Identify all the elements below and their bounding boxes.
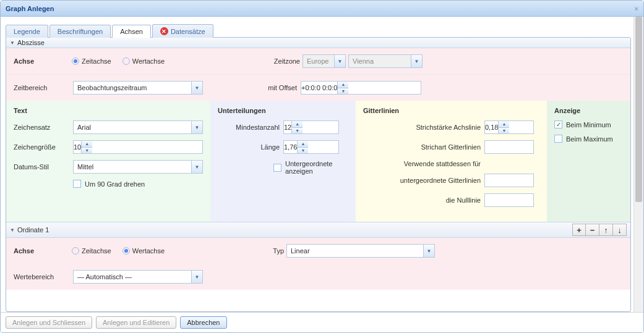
abbrechen-button[interactable]: Abbrechen xyxy=(180,316,226,329)
rotate-checkbox[interactable]: Um 90 Grad drehen xyxy=(73,180,145,188)
untergeordnete-anzeigen-checkbox[interactable]: Untergeordnete anzeigen xyxy=(273,160,347,175)
close-icon[interactable]: × xyxy=(635,5,638,12)
chevron-down-icon: ▼ xyxy=(423,245,434,257)
ord-radio-zeitachse[interactable]: Zeitachse xyxy=(72,247,111,255)
nulllinie-input[interactable] xyxy=(484,193,534,207)
wertebereich-combo[interactable]: — Automatisch —▼ xyxy=(73,270,203,284)
strichart-label: Strichart Gitterlinien xyxy=(363,143,481,151)
spin-up-icon[interactable]: ▲ xyxy=(338,82,348,88)
tab-panel: ▼ Abszisse Achse Zeitachse Wertachse Zei… xyxy=(6,37,631,312)
offset-spinner[interactable]: +0:0:0 0:0:0 ▲▼ xyxy=(301,81,421,95)
spin-down-icon[interactable]: ▼ xyxy=(292,128,303,134)
zeichengroesse-label: Zeichengröße xyxy=(14,143,69,151)
spin-up-icon[interactable]: ▲ xyxy=(298,141,308,148)
abszisse-zeitbereich-row: Zeitbereich Beobachtungszeitraum▼ mit Of… xyxy=(6,75,630,101)
window-title: Graph Anlegen xyxy=(6,5,54,12)
titlebar: Graph Anlegen × xyxy=(1,1,643,17)
gitterlinien-group: Gitterlinien Strichstärke Achslinie 0,18… xyxy=(356,101,547,222)
chevron-down-icon: ▼ xyxy=(191,271,202,283)
radio-zeitachse[interactable]: Zeitachse xyxy=(72,57,111,65)
chevron-down-icon: ▼ xyxy=(334,55,345,67)
zeitzone-city-combo[interactable]: Vienna▼ xyxy=(348,54,423,68)
untergeordnete-gitter-label: untergeordnete Gitterlinien xyxy=(363,177,481,184)
chevron-down-icon: ▼ xyxy=(191,82,202,94)
collapse-icon: ▼ xyxy=(10,40,15,46)
unterteilungen-group: Unterteilungen Mindestanzahl 12 ▲▼ Länge xyxy=(210,101,356,222)
ord-achse-label: Achse xyxy=(14,247,69,255)
radio-wertachse[interactable]: Wertachse xyxy=(122,57,165,65)
tab-achsen[interactable]: Achsen xyxy=(112,25,151,38)
zeitzone-label: Zeitzone xyxy=(257,57,300,65)
datumsstil-combo[interactable]: Mittel▼ xyxy=(73,160,203,174)
spin-up-icon[interactable]: ▲ xyxy=(82,141,92,148)
zeichengroesse-spinner[interactable]: 10 ▲▼ xyxy=(73,140,203,154)
move-up-button[interactable]: ↑ xyxy=(599,224,613,236)
chevron-down-icon: ▼ xyxy=(191,161,202,173)
spin-down-icon[interactable]: ▼ xyxy=(82,148,92,154)
abszisse-header[interactable]: ▼ Abszisse xyxy=(6,38,630,48)
strichart-input[interactable] xyxy=(484,140,534,154)
chevron-down-icon: ▼ xyxy=(191,121,202,133)
zeichensatz-combo[interactable]: Arial▼ xyxy=(73,120,203,134)
anlegen-editieren-button[interactable]: Anlegen und Editieren xyxy=(96,316,176,329)
vertical-scrollbar[interactable] xyxy=(633,17,643,312)
datumsstil-label: Datums-Stil xyxy=(14,163,69,171)
button-bar: Anlegen und Schliessen Anlegen und Editi… xyxy=(1,312,643,332)
tab-legende[interactable]: Legende xyxy=(6,25,48,38)
beim-max-checkbox[interactable]: Beim Maximum xyxy=(554,135,613,143)
ord-radio-wertachse[interactable]: Wertachse xyxy=(122,247,165,255)
mindestanzahl-spinner[interactable]: 12 ▲▼ xyxy=(283,120,339,134)
chevron-down-icon: ▼ xyxy=(411,55,422,67)
wertebereich-label: Wertebereich xyxy=(14,273,69,280)
laenge-label: Länge xyxy=(218,143,280,151)
ordinate-header[interactable]: ▼ Ordinate 1 + − ↑ ↓ xyxy=(6,222,630,238)
dialog-window: Graph Anlegen × Legende Beschriftungen A… xyxy=(0,0,644,333)
strichstaerke-label: Strichstärke Achslinie xyxy=(363,124,481,131)
laenge-spinner[interactable]: 1,76 ▲▼ xyxy=(283,140,339,154)
zeichensatz-label: Zeichensatz xyxy=(14,124,69,131)
ordinate-wertebereich-row: Wertebereich — Automatisch —▼ xyxy=(6,264,630,290)
spin-down-icon[interactable]: ▼ xyxy=(499,128,509,134)
abszisse-achse-row: Achse Zeitachse Wertachse Zeitzone Europ… xyxy=(6,48,630,75)
typ-combo[interactable]: Linear▼ xyxy=(286,244,435,258)
anzeige-group: Anzeige ✓Beim Minimum Beim Maximum xyxy=(547,101,630,222)
achse-label: Achse xyxy=(14,57,69,65)
ordinate-achse-row: Achse Zeitachse Wertachse Typ Linear▼ xyxy=(6,238,630,264)
offset-label: mit Offset xyxy=(254,84,297,91)
zeitbereich-label: Zeitbereich xyxy=(14,84,69,91)
zeitzone-region-combo[interactable]: Europe▼ xyxy=(303,54,346,68)
anlegen-schliessen-button[interactable]: Anlegen und Schliessen xyxy=(6,316,92,329)
mindestanzahl-label: Mindestanzahl xyxy=(218,124,280,131)
zeitbereich-combo[interactable]: Beobachtungszeitraum▼ xyxy=(73,81,203,95)
spin-down-icon[interactable]: ▼ xyxy=(298,148,308,154)
error-icon: ✕ xyxy=(160,27,168,35)
text-group: Text Zeichensatz Arial▼ Zeichengröße 10 xyxy=(6,101,210,222)
spin-up-icon[interactable]: ▲ xyxy=(499,121,509,128)
spin-down-icon[interactable]: ▼ xyxy=(338,88,348,95)
verwende-label: Verwende stattdessen für xyxy=(363,160,481,167)
beim-min-checkbox[interactable]: ✓Beim Minimum xyxy=(554,120,611,129)
remove-button[interactable]: − xyxy=(586,224,599,236)
untergeordnete-gitter-input[interactable] xyxy=(484,174,534,187)
move-down-button[interactable]: ↓ xyxy=(613,224,627,236)
strichstaerke-spinner[interactable]: 0,18 ▲▼ xyxy=(484,120,534,134)
tab-datensaetze[interactable]: ✕ Datensätze xyxy=(152,24,213,38)
spin-up-icon[interactable]: ▲ xyxy=(292,121,303,128)
tab-beschriftungen[interactable]: Beschriftungen xyxy=(49,25,111,38)
scroll-thumb[interactable] xyxy=(635,17,642,202)
collapse-icon: ▼ xyxy=(10,227,15,233)
nulllinie-label: die Nulllinie xyxy=(363,196,481,204)
add-button[interactable]: + xyxy=(572,224,586,236)
typ-label: Typ xyxy=(259,247,284,255)
tabstrip: Legende Beschriftungen Achsen ✕ Datensät… xyxy=(6,22,631,38)
